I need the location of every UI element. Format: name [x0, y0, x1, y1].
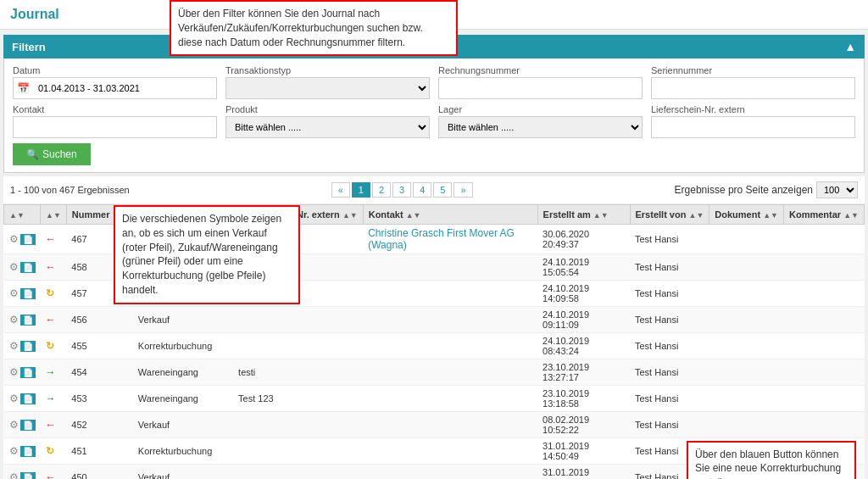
row-kontakt [363, 359, 537, 386]
row-kommentar [783, 386, 864, 412]
doc-icon[interactable]: 📄 [20, 341, 36, 352]
row-erstellt-von: Test Hansi [630, 333, 709, 359]
filter-seriennummer-label: Seriennummer [651, 65, 855, 75]
per-page-group: Ergebnisse pro Seite anzeigen 100 50 25 [675, 181, 858, 198]
row-lieferschein [233, 438, 363, 465]
row-number: 456 [66, 307, 133, 333]
row-direction-icon: ↻ [41, 438, 67, 465]
filter-kontakt-input[interactable] [13, 116, 217, 138]
red-arrow-icon: ← [46, 314, 56, 326]
page-5-btn[interactable]: 5 [433, 182, 452, 198]
row-actions: ⚙📄 [4, 307, 41, 333]
filter-datum-wrap: 📅 [13, 77, 217, 99]
row-erstellt-am: 08.02.2019 10:52:22 [537, 412, 630, 438]
row-kommentar [783, 254, 864, 281]
gear-icon[interactable]: ⚙ [9, 314, 19, 326]
col-kommentar: Kommentar ▲▼ [783, 205, 864, 225]
filter-transaktionstyp-label: Transaktionstyp [225, 65, 430, 75]
table-row: ⚙📄↻455Korrekturbuchung24.10.2019 08:43:2… [4, 333, 865, 359]
col-actions: ▲▼ [4, 205, 41, 225]
row-dokument [709, 307, 784, 333]
row-number: 454 [66, 359, 133, 386]
red-arrow-icon: ← [46, 471, 56, 479]
filter-seriennummer-input[interactable] [651, 77, 855, 99]
filter-kontakt-group: Kontakt [13, 104, 217, 138]
gear-icon[interactable]: ⚙ [9, 445, 19, 457]
row-erstellt-von: Test Hansi [630, 281, 709, 307]
filter-lager-group: Lager Bitte wählen ..... [438, 104, 643, 138]
filter-transaktionstyp-select[interactable]: Verkauf Wareneingang Korrekturbuchung [225, 77, 430, 99]
pagination-row: 1 - 100 von 467 Ergebnissen Die verschie… [3, 176, 865, 204]
col-kontakt: Kontakt ▲▼ [363, 205, 537, 225]
row-direction-icon: ← [41, 307, 67, 333]
row-kontakt [363, 254, 537, 281]
row-number: 452 [66, 412, 133, 438]
gear-icon[interactable]: ⚙ [9, 233, 19, 245]
row-lieferschein [233, 333, 363, 359]
row-kommentar [783, 412, 864, 438]
row-erstellt-von: Test Hansi [630, 254, 709, 281]
filter-lager-label: Lager [438, 104, 643, 114]
gear-icon[interactable]: ⚙ [9, 261, 19, 273]
filter-datum-input[interactable] [33, 78, 213, 98]
tooltip-filter: Über den Filter können Sie den Journal n… [170, 0, 458, 56]
row-actions: ⚙📄 [4, 386, 41, 412]
gear-icon[interactable]: ⚙ [9, 471, 19, 479]
row-kommentar [783, 359, 864, 386]
filter-label: Filtern [12, 41, 46, 53]
doc-icon[interactable]: 📄 [20, 446, 36, 457]
filter-body: Datum 📅 Transaktionstyp Verkauf Warenein… [3, 58, 865, 173]
row-direction-icon: → [41, 359, 67, 386]
page-next-btn[interactable]: » [453, 182, 472, 198]
filter-lieferschein-input[interactable] [651, 116, 855, 138]
page-4-btn[interactable]: 4 [413, 182, 431, 198]
row-transaktionstyp: Verkauf [133, 465, 233, 480]
row-transaktionstyp: Wareneingang [133, 386, 233, 412]
row-direction-icon: → [41, 386, 67, 412]
row-direction-icon: ← [41, 412, 67, 438]
gear-icon[interactable]: ⚙ [9, 287, 19, 299]
row-actions: ⚙📄 [4, 438, 41, 465]
doc-icon[interactable]: 📄 [20, 288, 36, 299]
row-lieferschein: testi [233, 359, 363, 386]
table-row: ⚙📄→454Wareneingangtesti23.10.2019 13:27:… [4, 359, 865, 386]
page-3-btn[interactable]: 3 [392, 182, 411, 198]
doc-icon[interactable]: 📄 [20, 262, 36, 273]
page-prev-btn[interactable]: « [331, 182, 350, 198]
row-kontakt [363, 333, 537, 359]
filter-datum-group: Datum 📅 [13, 65, 217, 99]
doc-icon[interactable]: 📄 [20, 393, 36, 404]
filter-toggle-icon[interactable]: ▲ [844, 40, 856, 53]
page-1-btn[interactable]: 1 [352, 182, 370, 198]
row-kommentar [783, 307, 864, 333]
doc-icon[interactable]: 📄 [20, 367, 36, 378]
per-page-select[interactable]: 100 50 25 [816, 181, 858, 198]
search-button[interactable]: 🔍 Suchen [13, 143, 91, 165]
gear-icon[interactable]: ⚙ [9, 340, 19, 352]
row-erstellt-von: Test Hansi [630, 307, 709, 333]
row-erstellt-am: 24.10.2019 15:05:54 [537, 254, 630, 281]
row-kontakt[interactable]: Christine Grasch First Mover AG (Wagna) [363, 225, 537, 254]
filter-lager-select[interactable]: Bitte wählen ..... [438, 116, 643, 138]
page-2-btn[interactable]: 2 [372, 182, 391, 198]
filter-lieferschein-label: Lieferschein-Nr. extern [651, 104, 855, 114]
row-kontakt [363, 438, 537, 465]
row-transaktionstyp: Verkauf [133, 412, 233, 438]
filter-produkt-select[interactable]: Bitte wählen ..... [225, 116, 430, 138]
doc-icon[interactable]: 📄 [20, 234, 36, 245]
gear-icon[interactable]: ⚙ [9, 419, 19, 431]
gear-icon[interactable]: ⚙ [9, 366, 19, 378]
red-arrow-icon: ← [46, 419, 56, 431]
doc-icon[interactable]: 📄 [20, 420, 36, 431]
kontakt-link[interactable]: Christine Grasch First Mover AG (Wagna) [368, 227, 515, 251]
filter-rechnungsnummer-input[interactable] [438, 77, 643, 99]
doc-icon[interactable]: 📄 [20, 472, 36, 480]
row-dokument [709, 359, 784, 386]
gear-icon[interactable]: ⚙ [9, 393, 19, 404]
row-erstellt-von: Test Hansi [630, 359, 709, 386]
doc-icon[interactable]: 📄 [20, 315, 36, 326]
row-erstellt-von: Test Hansi [630, 386, 709, 412]
row-transaktionstyp: Wareneingang [133, 359, 233, 386]
row-direction-icon: ↻ [41, 333, 67, 359]
row-kommentar [783, 281, 864, 307]
